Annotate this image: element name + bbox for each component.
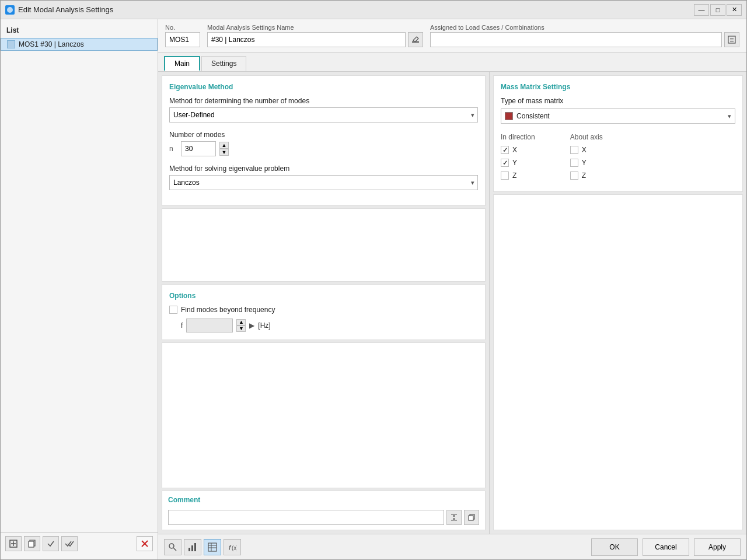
eigenvalue-section: Eigenvalue Method Method for determining… — [162, 75, 486, 206]
close-button[interactable]: ✕ — [727, 4, 742, 16]
comment-expand-btn[interactable] — [446, 510, 462, 525]
n-up-btn[interactable]: ▲ — [219, 142, 229, 149]
mass-type-chevron: ▾ — [728, 113, 731, 120]
edit-name-btn[interactable] — [408, 32, 423, 47]
axis-y-checkbox[interactable] — [570, 159, 578, 167]
axis-y-label: Y — [582, 159, 587, 167]
title-bar-left: Edit Modal Analysis Settings — [5, 5, 113, 15]
tab-main[interactable]: Main — [164, 56, 200, 71]
chart-tool-btn[interactable] — [184, 539, 201, 555]
svg-text:(x): (x) — [232, 545, 237, 551]
dir-y-checkbox[interactable] — [501, 159, 509, 167]
right-lower-panel — [493, 194, 743, 530]
title-buttons: — □ ✕ — [694, 4, 742, 16]
axis-z-label: Z — [582, 172, 586, 180]
axis-z-row: Z — [570, 172, 603, 180]
formula-tool-btn[interactable]: f(x) — [224, 539, 241, 555]
name-field: Modal Analysis Settings Name — [207, 24, 423, 47]
delete-btn[interactable] — [137, 536, 153, 551]
main-content: List MOS1 #30 | Lanczos — [1, 19, 746, 559]
no-input[interactable] — [165, 32, 200, 47]
method-select[interactable]: User-Defined Automatic — [169, 107, 478, 123]
bottom-toolbar: f(x) OK Cancel Apply — [158, 534, 746, 559]
f-down-btn[interactable]: ▼ — [236, 326, 246, 332]
hz-label: [Hz] — [258, 321, 270, 330]
svg-line-16 — [174, 548, 177, 551]
axis-x-checkbox[interactable] — [570, 146, 578, 154]
name-label: Modal Analysis Settings Name — [207, 24, 423, 31]
svg-rect-19 — [194, 543, 196, 551]
assigned-input[interactable] — [430, 32, 722, 47]
comment-input[interactable] — [168, 510, 444, 525]
assigned-btn[interactable] — [724, 32, 739, 47]
toolbar-left: f(x) — [164, 539, 241, 555]
modes-field: n ▲ ▼ — [169, 141, 478, 156]
comment-copy-btn[interactable] — [464, 510, 479, 525]
dir-z-checkbox[interactable] — [501, 172, 509, 180]
axis-z-checkbox[interactable] — [570, 172, 578, 180]
name-input[interactable] — [207, 32, 406, 47]
mass-matrix-section: Mass Matrix Settings Type of mass matrix… — [493, 75, 743, 192]
mass-type-label: Type of mass matrix — [501, 97, 735, 105]
verify-btn[interactable] — [43, 536, 59, 551]
title-bar: Edit Modal Analysis Settings — □ ✕ — [1, 1, 746, 19]
verify-all-btn[interactable] — [61, 536, 78, 551]
sidebar-header: List — [1, 24, 158, 38]
header-row: No. Modal Analysis Settings Name Assigne… — [158, 19, 746, 52]
find-modes-checkbox[interactable] — [169, 306, 177, 314]
main-window: Edit Modal Analysis Settings — □ ✕ List … — [0, 0, 747, 560]
svg-point-15 — [169, 544, 174, 548]
new-item-btn[interactable] — [5, 536, 22, 551]
options-section: Options Find modes beyond frequency f ▲ … — [162, 284, 486, 340]
sidebar-item-mos1[interactable]: MOS1 #30 | Lanczos — [1, 38, 158, 51]
maximize-button[interactable]: □ — [710, 4, 725, 16]
tab-settings[interactable]: Settings — [201, 56, 246, 71]
mass-matrix-title: Mass Matrix Settings — [501, 83, 735, 91]
table-tool-btn[interactable] — [204, 539, 221, 555]
about-axis-col: About axis X Y — [570, 133, 603, 184]
axis-x-row: X — [570, 146, 603, 154]
find-modes-row: Find modes beyond frequency — [169, 306, 478, 314]
copy-item-btn[interactable] — [24, 536, 40, 551]
content-area: Eigenvalue Method Method for determining… — [158, 72, 746, 534]
modes-label: Number of modes — [169, 131, 478, 139]
cancel-button[interactable]: Cancel — [643, 538, 689, 556]
method-group: Method for determining the number of mod… — [169, 97, 478, 123]
svg-rect-14 — [469, 516, 473, 520]
solver-select[interactable]: Lanczos Subspace Iteration — [169, 175, 478, 190]
dir-z-row: Z — [501, 172, 535, 180]
find-modes-label: Find modes beyond frequency — [181, 306, 275, 314]
no-field: No. — [165, 24, 200, 47]
method-select-wrapper: User-Defined Automatic — [169, 107, 478, 123]
ok-button[interactable]: OK — [591, 538, 638, 556]
dir-x-row: X — [501, 146, 535, 154]
dir-y-row: Y — [501, 159, 535, 167]
dir-x-checkbox[interactable] — [501, 146, 509, 154]
solver-select-wrapper: Lanczos Subspace Iteration — [169, 175, 478, 190]
freq-row: f ▲ ▼ ▶ [Hz] — [169, 318, 478, 332]
mass-type-select-wrapper[interactable]: Consistent ▾ — [501, 108, 735, 124]
f-up-btn[interactable]: ▲ — [236, 319, 246, 326]
toolbar-right: OK Cancel Apply — [591, 538, 741, 556]
solver-group: Method for solving eigenvalue problem La… — [169, 164, 478, 190]
eigenvalue-title: Eigenvalue Method — [169, 83, 478, 91]
sidebar-item-label: MOS1 #30 | Lanczos — [19, 40, 84, 48]
minimize-button[interactable]: — — [694, 4, 709, 16]
n-input[interactable] — [181, 141, 216, 156]
modes-group: Number of modes n ▲ ▼ — [169, 131, 478, 156]
assigned-row — [430, 32, 739, 47]
sidebar-item-icon — [7, 40, 15, 48]
f-label: f — [181, 321, 183, 330]
window-icon — [5, 5, 15, 15]
f-input[interactable] — [186, 318, 233, 332]
svg-rect-18 — [191, 545, 193, 551]
n-label: n — [169, 145, 177, 153]
sidebar: List MOS1 #30 | Lanczos — [1, 19, 158, 559]
svg-rect-20 — [208, 543, 217, 551]
apply-button[interactable]: Apply — [694, 538, 741, 556]
method-label: Method for determining the number of mod… — [169, 97, 478, 105]
search-tool-btn[interactable] — [164, 539, 181, 555]
n-down-btn[interactable]: ▼ — [219, 149, 229, 156]
eigenvalue-spacer — [162, 208, 486, 282]
dir-z-label: Z — [512, 172, 516, 180]
